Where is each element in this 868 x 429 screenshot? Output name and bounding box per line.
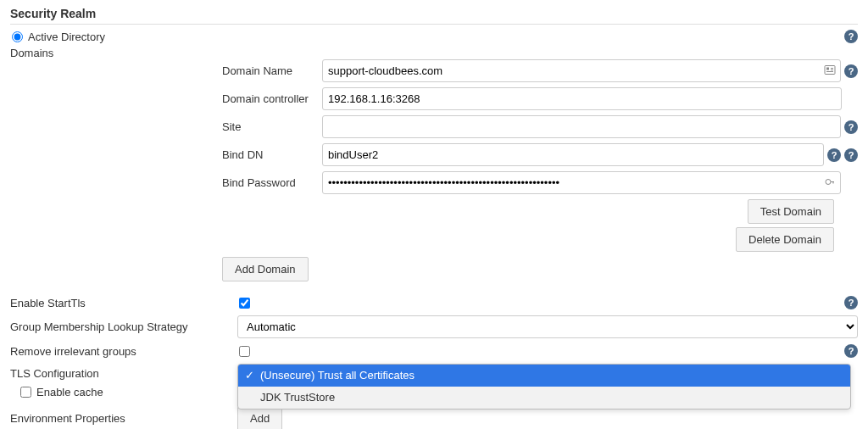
help-icon[interactable]: ? <box>844 344 858 358</box>
section-title: Security Realm <box>10 7 858 20</box>
tls-option-trust-all[interactable]: ✓ (Unsecure) Trust all Certificates <box>238 365 850 387</box>
add-domain-button[interactable]: Add Domain <box>222 257 309 281</box>
remove-groups-label: Remove irrelevant groups <box>10 345 237 358</box>
bind-password-input[interactable] <box>322 171 841 194</box>
bind-password-label: Bind Password <box>222 176 322 189</box>
env-props-label: Environment Properties <box>10 412 237 425</box>
help-icon[interactable]: ? <box>827 148 841 162</box>
svg-rect-1 <box>826 67 829 70</box>
delete-domain-button[interactable]: Delete Domain <box>736 227 834 252</box>
enable-starttls-checkbox[interactable] <box>239 298 250 309</box>
security-realm-radio-ad-label: Active Directory <box>28 31 105 43</box>
env-props-add-button[interactable]: Add <box>237 406 282 429</box>
bind-dn-label: Bind DN <box>222 148 322 161</box>
divider <box>10 24 858 25</box>
enable-starttls-label: Enable StartTls <box>10 297 237 309</box>
domain-controller-input[interactable] <box>322 87 842 110</box>
test-domain-button[interactable]: Test Domain <box>748 199 834 224</box>
group-strategy-label: Group Membership Lookup Strategy <box>10 320 237 333</box>
remove-groups-checkbox[interactable] <box>239 346 250 357</box>
help-icon[interactable]: ? <box>844 296 858 309</box>
tls-option-jdk-truststore[interactable]: JDK TrustStore <box>238 387 850 409</box>
domain-name-label: Domain Name <box>222 64 322 77</box>
domain-name-input[interactable] <box>322 59 841 82</box>
help-icon[interactable]: ? <box>844 30 858 43</box>
domains-label: Domains <box>10 47 53 59</box>
domain-controller-label: Domain controller <box>222 92 322 105</box>
help-icon[interactable]: ? <box>844 120 858 134</box>
key-icon <box>824 176 836 190</box>
enable-cache-checkbox[interactable] <box>20 387 31 398</box>
svg-point-5 <box>826 179 831 184</box>
site-label: Site <box>222 120 322 133</box>
bind-dn-input[interactable] <box>322 143 824 166</box>
check-icon: ✓ <box>245 368 254 383</box>
enable-cache-label: Enable cache <box>36 386 103 398</box>
group-strategy-select[interactable]: Automatic <box>237 315 858 338</box>
contact-card-icon <box>824 64 836 78</box>
tls-config-dropdown[interactable]: ✓ (Unsecure) Trust all Certificates JDK … <box>237 364 851 410</box>
help-icon[interactable]: ? <box>844 148 858 162</box>
tls-config-label: TLS Configuration <box>10 367 237 380</box>
svg-rect-0 <box>825 65 835 74</box>
help-icon[interactable]: ? <box>844 64 858 78</box>
security-realm-radio-ad[interactable] <box>12 31 23 42</box>
site-input[interactable] <box>322 115 841 138</box>
